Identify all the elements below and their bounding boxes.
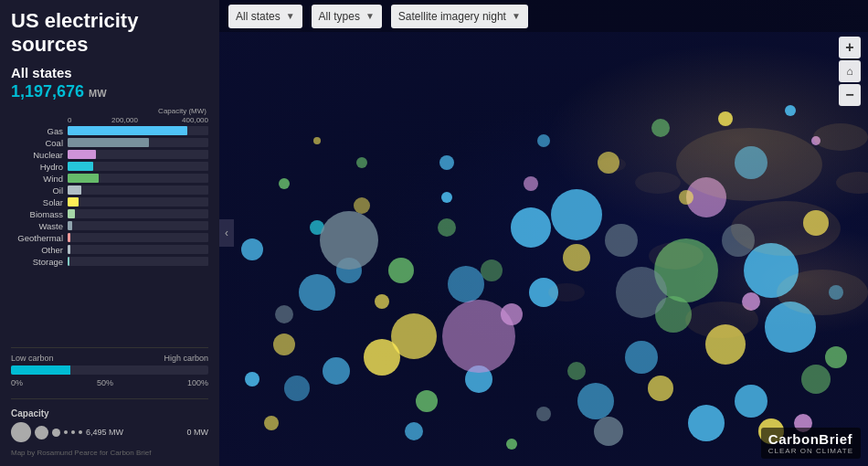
map-bubble (537, 134, 550, 147)
map-bubble (735, 385, 767, 418)
bar-label: Coal (11, 138, 68, 148)
panel-toggle-chevron[interactable]: ‹ (219, 219, 234, 247)
bar-label: Waste (11, 221, 68, 231)
bar-row-other: Other (11, 245, 208, 255)
bar-fill (68, 233, 70, 242)
map-bubble (273, 334, 295, 355)
map-bubble (501, 303, 523, 325)
capacity-legend-row: 6,495 MW 0 MW (11, 422, 208, 442)
legend-dot-3 (79, 430, 82, 434)
bar-label: Wind (11, 174, 68, 184)
map-bubble (313, 137, 321, 144)
svg-point-6 (548, 283, 585, 302)
map-bubble (354, 197, 370, 214)
map-bubble (722, 224, 755, 257)
zoom-in-button[interactable]: + (839, 37, 861, 58)
map-bubble (718, 111, 733, 126)
map-bubble (323, 357, 350, 385)
map-bubble (803, 210, 829, 236)
map-bubble (825, 346, 847, 368)
top-bar: All states ▼ All types ▼ Satellite image… (219, 0, 868, 32)
percent-labels: 0% 50% 100% (11, 378, 208, 387)
carbon-bar-fill (11, 365, 70, 375)
map-bubble (529, 278, 558, 307)
bar-row-nuclear: Nuclear (11, 150, 208, 160)
bar-track (68, 162, 208, 171)
bar-row-hydro: Hydro (11, 162, 208, 172)
types-dropdown-arrow: ▼ (365, 11, 375, 21)
states-dropdown[interactable]: All states ▼ (228, 5, 302, 28)
bar-row-biomass: Biomass (11, 209, 208, 219)
bar-label: Gas (11, 126, 68, 136)
map-bubble (688, 405, 725, 441)
map-bubble (439, 155, 454, 170)
capacity-axis: Capacity (MW) (11, 107, 208, 115)
map-bubble (356, 157, 367, 168)
bar-track (68, 185, 208, 195)
map-bubble (310, 220, 324, 235)
map-bubble (605, 224, 638, 257)
carbon-labels: Low carbon High carbon (11, 354, 208, 363)
svg-point-7 (598, 157, 626, 172)
carbonbrief-name: CarbonBrief (768, 431, 853, 447)
map-bubble (811, 136, 820, 145)
panel-title: US electricity sources (11, 9, 208, 58)
legend-circle-small (52, 429, 60, 437)
bar-track (68, 138, 208, 147)
map-bubble (264, 416, 279, 430)
map-bubble (524, 176, 538, 191)
bar-track (68, 221, 208, 230)
bar-row-gas: Gas (11, 126, 208, 136)
bar-row-oil: Oil (11, 185, 208, 196)
legend-label-large: 6,495 MW (86, 428, 123, 437)
svg-point-1 (731, 201, 841, 256)
map-bubble (442, 300, 515, 373)
imagery-dropdown[interactable]: Satellite imagery night ▼ (391, 5, 528, 28)
map-bubble (742, 292, 760, 311)
map-area: All states ▼ All types ▼ Satellite image… (219, 0, 868, 466)
svg-point-2 (777, 270, 868, 315)
bubble-container (219, 0, 868, 466)
bar-label: Solar (11, 197, 68, 207)
map-bubble (785, 105, 796, 116)
map-bubble (438, 218, 456, 237)
map-bubble (616, 267, 667, 318)
map-bubble (648, 376, 673, 401)
map-bubble (567, 362, 586, 380)
map-bubble (551, 189, 602, 240)
legend-circle-large (11, 422, 31, 442)
types-dropdown[interactable]: All types ▼ (312, 5, 382, 28)
left-panel: US electricity sources All states 1,197,… (0, 0, 219, 466)
map-bubble (245, 372, 259, 387)
map-bubble (284, 376, 310, 401)
map-bubble (364, 339, 400, 376)
zoom-home-button[interactable]: ⌂ (839, 60, 861, 82)
bar-row-geothermal: Geothermal (11, 233, 208, 243)
legend-label-tiny: 0 MW (187, 428, 209, 437)
svg-point-4 (649, 242, 704, 270)
map-bubble (577, 383, 614, 419)
night-lights-svg (219, 0, 868, 466)
carbon-bar (11, 365, 208, 375)
zoom-out-button[interactable]: − (839, 84, 861, 106)
bar-label: Other (11, 245, 68, 255)
map-bubble (275, 305, 293, 323)
map-bubble (416, 390, 438, 412)
bar-fill (68, 257, 69, 266)
map-background: All states ▼ All types ▼ Satellite image… (219, 0, 868, 466)
bar-fill (68, 221, 72, 230)
svg-point-8 (813, 123, 868, 151)
map-bubble (388, 258, 414, 283)
total-mw: 1,197,676 MW (11, 82, 208, 101)
bar-track (68, 150, 208, 159)
map-bubble (594, 417, 623, 446)
svg-point-9 (836, 172, 868, 194)
bar-label: Oil (11, 185, 68, 196)
map-bubble (441, 192, 452, 203)
bar-fill (68, 185, 81, 195)
states-dropdown-arrow: ▼ (286, 11, 295, 21)
bar-track (68, 126, 208, 135)
imagery-dropdown-arrow: ▼ (512, 11, 521, 21)
map-bubble (765, 302, 816, 353)
map-bubble (744, 243, 799, 298)
